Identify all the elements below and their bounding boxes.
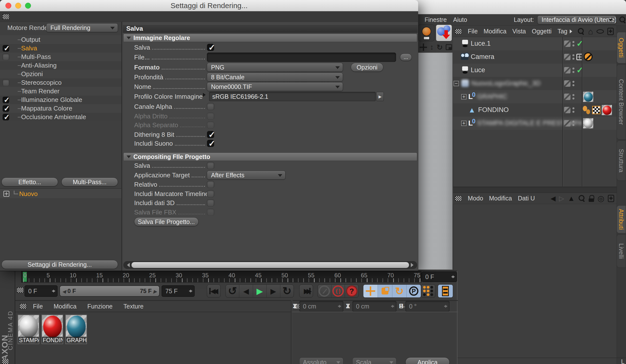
render-settings-button[interactable]: Settaggi di Rendering...: [1, 260, 118, 269]
layout-dropdown[interactable]: Interfaccia di Avvio (Utente): [537, 15, 616, 24]
mat-menu-texture[interactable]: Texture: [123, 303, 144, 310]
object-name[interactable]: GRAPHIC: [477, 93, 507, 101]
category-checkbox[interactable]: [2, 114, 9, 121]
goto-end-button[interactable]: ▶▶: [299, 284, 313, 298]
category-checkbox[interactable]: [2, 54, 9, 60]
material-tag-icon[interactable]: [583, 118, 593, 129]
menu-finestre[interactable]: Finestre: [425, 16, 447, 23]
compositing-save-checkbox[interactable]: [207, 162, 214, 169]
category-label[interactable]: Opzioni: [21, 70, 43, 78]
tag-icon[interactable]: [583, 106, 591, 115]
expand-icon[interactable]: +: [461, 121, 467, 126]
history-forward-icon[interactable]: ▷: [559, 194, 564, 202]
record-button[interactable]: ( ): [331, 285, 345, 297]
layer-chip-icon[interactable]: [564, 80, 570, 87]
am-menu-modifica[interactable]: Modifica: [489, 195, 512, 202]
drag-handle-icon[interactable]: [2, 359, 9, 364]
mat-menu-file[interactable]: File: [33, 303, 43, 310]
layer-chip-icon[interactable]: [564, 120, 570, 126]
include-sound-checkbox[interactable]: [207, 140, 214, 147]
render-category-row[interactable]: Team Render: [0, 87, 121, 96]
render-engine-dropdown[interactable]: Full Rendering: [46, 23, 118, 32]
om-menu-file[interactable]: File: [468, 28, 478, 35]
timeline-ruler[interactable]: 051015202530354045505560657075: [21, 271, 422, 283]
section-compositing[interactable]: Compositing FIle Progetto: [123, 152, 417, 161]
visibility-dots-icon[interactable]: [572, 107, 574, 109]
current-frame-field[interactable]: 0 F: [25, 285, 57, 297]
previous-frame-button[interactable]: ◀: [239, 285, 253, 297]
category-checkbox[interactable]: [2, 105, 9, 112]
format-dropdown[interactable]: PNG: [207, 63, 343, 72]
cursor-icon[interactable]: ▲: [568, 194, 575, 203]
render-preview-button[interactable]: [438, 284, 453, 298]
compositing-tag-icon[interactable]: [592, 106, 600, 114]
material-thumbnail[interactable]: GRAPHI: [65, 315, 87, 344]
material-tag-icon[interactable]: [601, 105, 612, 115]
scale-field[interactable]: 0 cm: [352, 301, 396, 312]
main-window-titlebar[interactable]: [415, 0, 626, 14]
category-checkbox[interactable]: [2, 45, 9, 52]
tab-content-browser[interactable]: Content Browser: [617, 64, 626, 140]
ruler-frame-field[interactable]: 0 F: [422, 272, 457, 282]
render-category-row[interactable]: Output: [0, 35, 121, 44]
depth-dropdown[interactable]: 8 Bit/Canale: [207, 73, 343, 81]
category-label[interactable]: Anti-Aliasing: [21, 62, 57, 69]
file-path-input[interactable]: [207, 53, 396, 62]
autokey-button[interactable]: [318, 285, 331, 297]
object-row-luce1[interactable]: Luce.1 ✓: [453, 37, 617, 50]
menu-aiuto[interactable]: Aiuto: [453, 16, 467, 23]
apply-button[interactable]: Applica: [405, 357, 450, 364]
rotation-field[interactable]: 0 °: [405, 301, 450, 312]
render-view-button[interactable]: [418, 25, 434, 41]
stepper-icon[interactable]: [52, 288, 56, 294]
record-parameter-button[interactable]: P: [407, 285, 421, 297]
om-menu-modifica[interactable]: Modifica: [483, 28, 506, 35]
nuovo-preset-row[interactable]: Nuovo: [0, 189, 121, 198]
mat-menu-modifica[interactable]: Modifica: [54, 303, 77, 310]
frame-range-slider[interactable]: ◀ 0 F 75 F ▶: [59, 285, 160, 297]
window-icon[interactable]: [446, 44, 452, 50]
protection-tag-icon[interactable]: [584, 52, 592, 61]
drag-handle-icon[interactable]: [455, 29, 462, 34]
layer-chip-icon[interactable]: [564, 54, 570, 60]
salva-checkbox[interactable]: [207, 44, 214, 51]
tab-livelli[interactable]: Livelli: [617, 234, 626, 268]
stepper-icon[interactable]: [338, 303, 342, 309]
object-row-stampa[interactable]: + STAMPA DIGITALE E PRESTAMPA: [453, 117, 617, 130]
category-label[interactable]: Team Render: [21, 87, 59, 95]
layer-chip-icon[interactable]: [564, 67, 570, 73]
effetto-button[interactable]: Effetto...: [1, 178, 58, 186]
object-row-camera[interactable]: Camera: [453, 50, 617, 64]
goto-start-button[interactable]: ◀◀: [207, 284, 221, 298]
render-category-row[interactable]: Stereoscopico: [0, 78, 121, 87]
mode-dropdown[interactable]: Assoluto: [299, 357, 344, 364]
om-menu-vista[interactable]: Vista: [512, 28, 526, 35]
expand-arrow-icon[interactable]: [203, 93, 208, 97]
render-category-row[interactable]: Occlusione Ambientale: [0, 113, 121, 121]
profile-menu-button[interactable]: ▶: [376, 92, 384, 101]
tab-attributi[interactable]: Attributi: [617, 205, 626, 233]
stepper-icon[interactable]: [189, 288, 193, 294]
nuovo-label[interactable]: Nuovo: [19, 190, 38, 198]
render-category-row[interactable]: Illuminazione Globale: [0, 96, 121, 104]
section-immagine-regolare[interactable]: Immagine Regolare: [123, 34, 417, 42]
dialog-titlebar[interactable]: Settaggi di Rendering...: [0, 0, 418, 11]
category-label[interactable]: Mappatura Colore: [21, 105, 72, 112]
scroll-left-icon[interactable]: [125, 263, 130, 267]
search-icon[interactable]: [578, 28, 585, 35]
target-application-dropdown[interactable]: After Effects: [207, 171, 285, 180]
drag-handle-icon[interactable]: [20, 304, 27, 309]
object-row-fondino[interactable]: ▲ FONDINO: [453, 103, 617, 117]
render-category-row[interactable]: Mappatura Colore: [0, 104, 121, 113]
layer-chip-icon[interactable]: [564, 107, 570, 113]
render-category-row[interactable]: Salva: [0, 44, 121, 53]
keyframe-help-button[interactable]: ?: [345, 285, 358, 297]
range-left-arrow-icon[interactable]: ◀: [62, 289, 66, 294]
play-button[interactable]: ▶: [253, 285, 267, 297]
collapse-icon[interactable]: −: [454, 81, 459, 86]
category-label[interactable]: Multi-Pass: [21, 53, 51, 61]
object-name[interactable]: Camera: [471, 53, 494, 61]
am-menu-dati-utente[interactable]: Dati U: [518, 195, 535, 202]
object-name[interactable]: NuovoLogoGraphic_3D: [471, 80, 541, 87]
history-back-icon[interactable]: ◀: [550, 194, 556, 202]
